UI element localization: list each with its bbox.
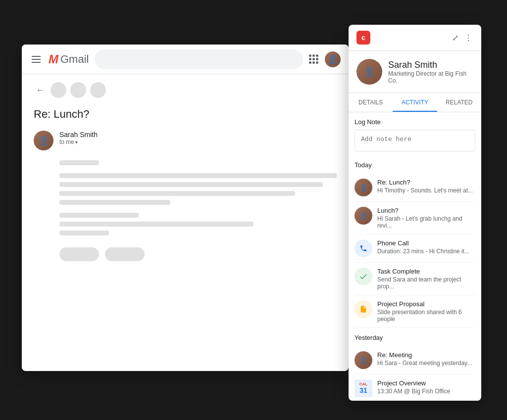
activity-item-re-meeting[interactable]: 👤 Re: Meeting Hi Sara - Great meeting ye… — [355, 346, 475, 374]
activity-item-phone-call[interactable]: Phone Call Duration: 23 mins - Hi Christ… — [355, 234, 475, 263]
crm-content: Log Note Today 👤 Re: Lunch? Hi Timothy -… — [349, 112, 481, 401]
activity-title-re-lunch: Re: Lunch? — [377, 179, 475, 186]
activity-text-lunch: Lunch? Hi Sarah - Let's grab lunchg and … — [377, 207, 475, 229]
tab-related[interactable]: RELATED — [437, 93, 481, 112]
activity-item-project-proposal[interactable]: Project Proposal Slide presentation shar… — [355, 295, 475, 328]
contact-name: Sarah Smith — [388, 60, 473, 70]
tab-activity[interactable]: ACTIVITY — [393, 93, 437, 112]
activity-text-project-proposal: Project Proposal Slide presentation shar… — [377, 300, 475, 323]
gmail-m-letter: M — [49, 52, 58, 66]
email-subject: Re: Lunch? — [34, 108, 337, 121]
crm-tabs: DETAILS ACTIVITY RELATED — [349, 93, 481, 112]
tab-details[interactable]: DETAILS — [349, 93, 393, 112]
email-sender-row: 👤 Sarah Smith to me ▾ — [34, 131, 337, 150]
email-toolbar: ← — [34, 82, 337, 98]
contact-title: Marketing Director at Big Fish Co. — [388, 70, 473, 84]
text-block-3 — [59, 213, 337, 235]
activity-text-task-complete: Task Complete Send Sara and team the pro… — [377, 268, 475, 290]
sender-info: Sarah Smith to me ▾ — [59, 131, 337, 145]
activity-title-phone-call: Phone Call — [377, 239, 475, 247]
sender-to: to me ▾ — [59, 139, 337, 145]
log-note-label: Log Note — [355, 118, 475, 126]
crm-panel: c ⤢ ⋮ 👤 Sarah Smith Marketing Director a… — [349, 25, 481, 401]
activity-title-project-overview: Project Overview — [377, 379, 475, 387]
gmail-logo: M Gmail — [49, 52, 89, 66]
activity-subtitle-project-proposal: Slide presentation shared with 6 people — [377, 309, 475, 323]
yesterday-label: Yesterday — [355, 334, 475, 341]
chevron-down-icon[interactable]: ▾ — [75, 140, 78, 145]
crm-top-actions: ⤢ ⋮ — [451, 32, 473, 44]
back-button[interactable]: ← — [34, 83, 47, 97]
activity-text-phone-call: Phone Call Duration: 23 mins - Hi Christ… — [377, 239, 475, 255]
crm-contact-header: 👤 Sarah Smith Marketing Director at Big … — [349, 51, 481, 93]
log-note-section: Log Note — [355, 118, 475, 153]
today-label: Today — [355, 161, 475, 169]
email-content — [34, 160, 337, 261]
activity-text-re-meeting: Re: Meeting Hi Sara - Great meeting yest… — [377, 351, 475, 367]
activity-title-lunch: Lunch? — [377, 207, 475, 214]
gmail-header: M Gmail 👤 — [22, 45, 349, 74]
activity-subtitle-phone-call: Duration: 23 mins - Hi Christine it... — [377, 248, 475, 255]
contact-avatar: 👤 — [356, 59, 382, 85]
contact-info: Sarah Smith Marketing Director at Big Fi… — [388, 60, 473, 84]
activity-subtitle-task-complete: Send Sara and team the project prop... — [377, 276, 475, 290]
crm-logo: c — [356, 31, 370, 45]
activity-icon-re-meeting: 👤 — [355, 351, 372, 369]
activity-item-lunch[interactable]: 👤 Lunch? Hi Sarah - Let's grab lunchg an… — [355, 202, 475, 234]
activity-subtitle-lunch: Hi Sarah - Let's grab lunchg and revi... — [377, 215, 475, 229]
forward-button[interactable] — [105, 247, 145, 261]
action-dot-1[interactable] — [51, 82, 66, 98]
activity-item-task-complete[interactable]: Task Complete Send Sara and team the pro… — [355, 263, 475, 295]
activity-icon-calendar: CAL 31 — [355, 379, 372, 397]
action-dot-3[interactable] — [90, 82, 106, 98]
gmail-actions: 👤 — [309, 51, 341, 67]
activity-title-project-proposal: Project Proposal — [377, 300, 475, 308]
activity-title-re-meeting: Re: Meeting — [377, 351, 475, 359]
gmail-window: M Gmail 👤 ← Re: Lunch? 👤 — [22, 45, 349, 371]
more-options-icon[interactable]: ⋮ — [463, 32, 473, 44]
sender-name: Sarah Smith — [59, 131, 337, 139]
email-footer-buttons — [59, 247, 337, 261]
activity-text-project-overview: Project Overview 13:30 AM @ Big Fish Off… — [377, 379, 475, 395]
action-dot-2[interactable] — [70, 82, 86, 98]
activity-item-re-lunch[interactable]: 👤 Re: Lunch? Hi Timothy - Sounds. Let's … — [355, 174, 475, 202]
activity-subtitle-re-lunch: Hi Timothy - Sounds. Let's meet at... — [377, 187, 475, 194]
activity-icon-re-lunch: 👤 — [355, 179, 372, 196]
apps-icon[interactable] — [309, 54, 319, 64]
gmail-body: ← Re: Lunch? 👤 Sarah Smith to me ▾ — [22, 74, 349, 371]
activity-subtitle-project-overview: 13:30 AM @ Big Fish Office — [377, 388, 475, 395]
menu-icon[interactable] — [30, 54, 43, 65]
activity-icon-phone — [355, 239, 372, 257]
search-input[interactable] — [95, 49, 303, 69]
activity-title-task-complete: Task Complete — [377, 268, 475, 275]
reply-button[interactable] — [59, 247, 99, 261]
crm-top-bar: c ⤢ ⋮ — [349, 25, 481, 51]
user-avatar[interactable]: 👤 — [325, 51, 341, 67]
activity-subtitle-re-meeting: Hi Sara - Great meeting yesterday... — [377, 360, 475, 367]
activity-icon-doc — [355, 300, 372, 318]
text-block-1 — [59, 160, 337, 165]
activity-item-project-overview[interactable]: CAL 31 Project Overview 13:30 AM @ Big F… — [355, 374, 475, 401]
external-link-icon[interactable]: ⤢ — [451, 32, 459, 44]
sender-avatar: 👤 — [34, 131, 53, 150]
text-block-2 — [59, 173, 337, 205]
note-input[interactable] — [355, 130, 475, 151]
activity-text-re-lunch: Re: Lunch? Hi Timothy - Sounds. Let's me… — [377, 179, 475, 194]
gmail-label: Gmail — [60, 53, 89, 66]
activity-icon-lunch: 👤 — [355, 207, 372, 225]
activity-icon-check — [355, 268, 372, 285]
